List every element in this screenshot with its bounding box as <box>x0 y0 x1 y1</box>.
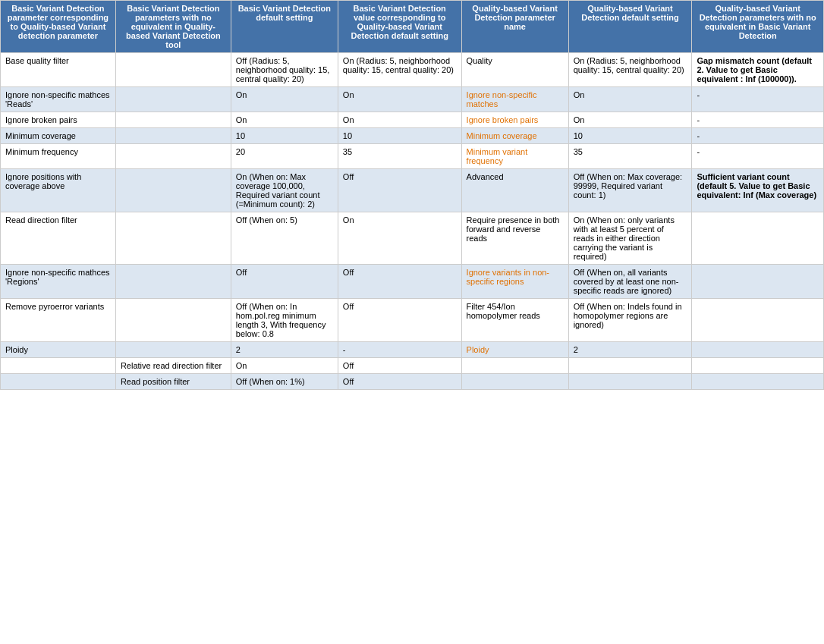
cell-row0-col3: Off (Radius: 5, neighborhood quality: 15… <box>231 53 338 87</box>
cell-row7-col1: Ignore non-specific mathces 'Regions' <box>1 265 116 299</box>
cell-row10-col4: Off <box>338 358 461 374</box>
table-row: Minimum frequency2035Minimum variant fre… <box>1 144 824 169</box>
header-col4: Basic Variant Detection value correspond… <box>338 1 461 53</box>
cell-row11-col6 <box>568 374 692 390</box>
cell-row10-col3: On <box>231 358 338 374</box>
cell-row1-col5: Ignore non-specific matches <box>461 87 568 112</box>
table-row: Read direction filterOff (When on: 5)OnR… <box>1 212 824 265</box>
cell-row0-col5: Quality <box>461 53 568 87</box>
cell-row9-col7 <box>692 342 824 358</box>
table-row: Ignore non-specific mathces 'Regions'Off… <box>1 265 824 299</box>
cell-row11-col2: Read position filter <box>115 374 231 390</box>
cell-row1-col4: On <box>338 87 461 112</box>
cell-row0-col1: Base quality filter <box>1 53 116 87</box>
cell-row0-col6: On (Radius: 5, neighborhood quality: 15,… <box>568 53 692 87</box>
cell-row5-col6: Off (When on: Max coverage: 99999, Requi… <box>568 169 692 212</box>
cell-row10-col1 <box>1 358 116 374</box>
cell-row0-col4: On (Radius: 5, neighborhood quality: 15,… <box>338 53 461 87</box>
cell-row6-col1: Read direction filter <box>1 212 116 265</box>
cell-row6-col2 <box>115 212 231 265</box>
cell-row0-col7: Gap mismatch count (default 2. Value to … <box>692 53 824 87</box>
header-col5: Quality-based Variant Detection paramete… <box>461 1 568 53</box>
cell-row6-col5: Require presence in both forward and rev… <box>461 212 568 265</box>
cell-row3-col6: 10 <box>568 128 692 144</box>
cell-row4-col1: Minimum frequency <box>1 144 116 169</box>
cell-row2-col1: Ignore broken pairs <box>1 112 116 128</box>
cell-row9-col3: 2 <box>231 342 338 358</box>
cell-row1-col2 <box>115 87 231 112</box>
cell-row5-col4: Off <box>338 169 461 212</box>
cell-row8-col3: Off (When on: In hom.pol.reg minimum len… <box>231 299 338 342</box>
cell-row5-col2 <box>115 169 231 212</box>
cell-row5-col3: On (When on: Max coverage 100,000, Requi… <box>231 169 338 212</box>
cell-row3-col1: Minimum coverage <box>1 128 116 144</box>
cell-row2-col6: On <box>568 112 692 128</box>
table-row: Ignore broken pairsOnOnIgnore broken pai… <box>1 112 824 128</box>
cell-row8-col6: Off (When on: Indels found in homopolyme… <box>568 299 692 342</box>
cell-row7-col4: Off <box>338 265 461 299</box>
cell-row2-col5: Ignore broken pairs <box>461 112 568 128</box>
table-row: Ploidy2-Ploidy2 <box>1 342 824 358</box>
cell-row1-col6: On <box>568 87 692 112</box>
cell-row9-col4: - <box>338 342 461 358</box>
header-col6: Quality-based Variant Detection default … <box>568 1 692 53</box>
cell-row4-col7: - <box>692 144 824 169</box>
cell-row10-col7 <box>692 358 824 374</box>
cell-row6-col4: On <box>338 212 461 265</box>
cell-row6-col6: On (When on: only variants with at least… <box>568 212 692 265</box>
cell-row7-col6: Off (When on, all variants covered by at… <box>568 265 692 299</box>
cell-row1-col3: On <box>231 87 338 112</box>
cell-row8-col1: Remove pyroerror variants <box>1 299 116 342</box>
cell-row11-col3: Off (When on: 1%) <box>231 374 338 390</box>
table-row: Base quality filterOff (Radius: 5, neigh… <box>1 53 824 87</box>
cell-row11-col4: Off <box>338 374 461 390</box>
comparison-table: Basic Variant Detection parameter corres… <box>0 0 824 390</box>
header-col1: Basic Variant Detection parameter corres… <box>1 1 116 53</box>
cell-row3-col2 <box>115 128 231 144</box>
cell-row4-col6: 35 <box>568 144 692 169</box>
cell-row3-col7: - <box>692 128 824 144</box>
cell-row8-col4: Off <box>338 299 461 342</box>
cell-row9-col6: 2 <box>568 342 692 358</box>
cell-row10-col2: Relative read direction filter <box>115 358 231 374</box>
table-row: Remove pyroerror variantsOff (When on: I… <box>1 299 824 342</box>
cell-row1-col7: - <box>692 87 824 112</box>
header-col2: Basic Variant Detection parameters with … <box>115 1 231 53</box>
cell-row2-col7: - <box>692 112 824 128</box>
cell-row9-col2 <box>115 342 231 358</box>
table-row: Ignore positions with coverage aboveOn (… <box>1 169 824 212</box>
cell-row4-col3: 20 <box>231 144 338 169</box>
cell-row4-col2 <box>115 144 231 169</box>
cell-row6-col3: Off (When on: 5) <box>231 212 338 265</box>
cell-row10-col5 <box>461 358 568 374</box>
header-col3: Basic Variant Detection default setting <box>231 1 338 53</box>
cell-row8-col5: Filter 454/Ion homopolymer reads <box>461 299 568 342</box>
cell-row2-col2 <box>115 112 231 128</box>
table-row: Ignore non-specific mathces 'Reads'OnOnI… <box>1 87 824 112</box>
cell-row8-col7 <box>692 299 824 342</box>
cell-row11-col1 <box>1 374 116 390</box>
cell-row6-col7 <box>692 212 824 265</box>
cell-row9-col1: Ploidy <box>1 342 116 358</box>
cell-row7-col2 <box>115 265 231 299</box>
cell-row5-col7: Sufficient variant count (default 5. Val… <box>692 169 824 212</box>
header-col7: Quality-based Variant Detection paramete… <box>692 1 824 53</box>
table-row: Read position filterOff (When on: 1%)Off <box>1 374 824 390</box>
table-row: Minimum coverage1010Minimum coverage10- <box>1 128 824 144</box>
cell-row1-col1: Ignore non-specific mathces 'Reads' <box>1 87 116 112</box>
cell-row9-col5: Ploidy <box>461 342 568 358</box>
table-row: Relative read direction filterOnOff <box>1 358 824 374</box>
cell-row2-col3: On <box>231 112 338 128</box>
cell-row3-col5: Minimum coverage <box>461 128 568 144</box>
cell-row5-col5: Advanced <box>461 169 568 212</box>
cell-row11-col7 <box>692 374 824 390</box>
cell-row8-col2 <box>115 299 231 342</box>
cell-row10-col6 <box>568 358 692 374</box>
cell-row7-col7 <box>692 265 824 299</box>
cell-row4-col4: 35 <box>338 144 461 169</box>
cell-row3-col3: 10 <box>231 128 338 144</box>
cell-row3-col4: 10 <box>338 128 461 144</box>
cell-row4-col5: Minimum variant frequency <box>461 144 568 169</box>
cell-row7-col3: Off <box>231 265 338 299</box>
cell-row5-col1: Ignore positions with coverage above <box>1 169 116 212</box>
